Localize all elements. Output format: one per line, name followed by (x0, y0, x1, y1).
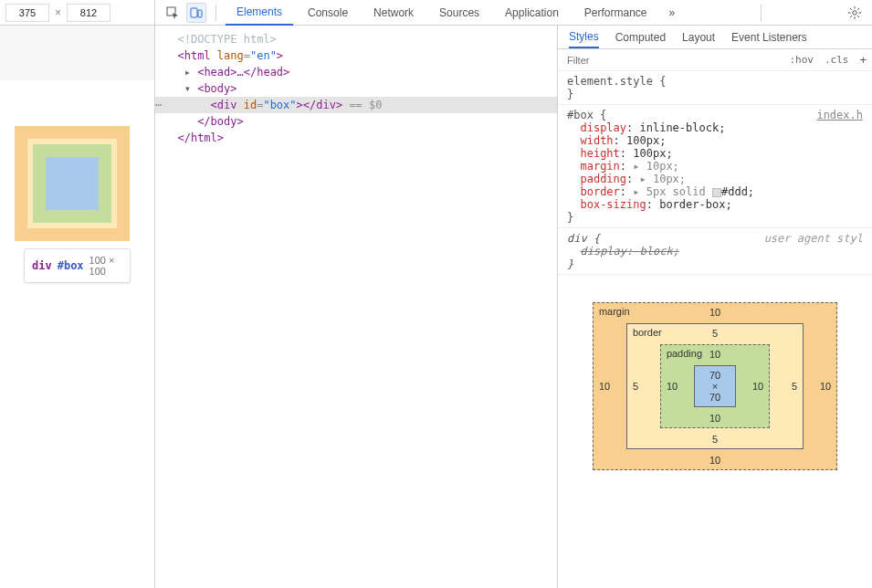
style-tabs: Styles Computed Layout Event Listeners (558, 26, 872, 49)
source-link[interactable]: index.h (816, 109, 863, 121)
css-declaration[interactable]: width: 100px; (567, 134, 863, 147)
dom-doctype[interactable]: <!DOCTYPE html> (155, 31, 557, 47)
dom-body-close[interactable]: </body> (155, 113, 557, 130)
css-declaration[interactable]: display: inline-block; (567, 121, 863, 134)
preview-padding (33, 144, 111, 223)
dom-head[interactable]: ▸ <head>…</head> (155, 64, 557, 80)
preview-box-wrap: div#box 100 × 100 (0, 80, 154, 292)
filter-input[interactable] (558, 50, 783, 70)
css-declaration[interactable]: height: 100px; (567, 147, 863, 160)
user-agent-label: user agent styl (764, 232, 863, 245)
add-rule-button[interactable]: + (854, 53, 872, 67)
tab-performance[interactable]: Performance (573, 0, 658, 26)
bm-padding-label: padding (667, 348, 702, 359)
filter-row: :hov .cls + (558, 49, 872, 71)
svg-rect-1 (191, 8, 197, 17)
css-declaration[interactable]: margin: ▸ 10px; (567, 160, 863, 173)
viewport-height-input[interactable] (67, 4, 110, 22)
svg-line-8 (850, 8, 852, 10)
css-declaration[interactable]: padding: ▸ 10px; (567, 173, 863, 185)
stab-event-listeners[interactable]: Event Listeners (731, 27, 807, 47)
preview-canvas (0, 26, 154, 80)
device-toggle-icon[interactable] (186, 3, 206, 23)
viewport-pane: × div#box 100 × 100 (0, 0, 155, 588)
bm-margin-label: margin (599, 306, 630, 317)
separator (215, 5, 216, 21)
svg-rect-2 (198, 10, 202, 17)
preview-border (27, 139, 117, 228)
viewport-width-input[interactable] (5, 4, 49, 22)
css-declaration[interactable]: border: ▸ 5px solid #ddd; (567, 185, 863, 198)
devtools-tabs: Elements Console Network Sources Applica… (155, 0, 872, 26)
stab-styles[interactable]: Styles (569, 26, 599, 48)
svg-line-9 (857, 16, 859, 17)
separator (761, 5, 762, 21)
stab-layout[interactable]: Layout (682, 27, 715, 47)
cls-button[interactable]: .cls (819, 54, 855, 66)
tab-application[interactable]: Application (494, 0, 570, 26)
preview-content (46, 157, 99, 210)
stab-computed[interactable]: Computed (615, 27, 666, 47)
rule-box[interactable]: #box {index.h display: inline-block; wid… (558, 105, 872, 228)
bm-border[interactable]: border 5 5 5 5 padding 10 10 10 10 (626, 323, 804, 449)
svg-point-3 (853, 10, 856, 14)
rule-user-agent[interactable]: div {user agent styl display: block; } (558, 228, 872, 275)
tab-network[interactable]: Network (362, 0, 425, 26)
tooltip-tag: div (32, 259, 52, 272)
svg-line-10 (857, 8, 859, 10)
tooltip-dimensions: 100 × 100 (89, 255, 122, 277)
ellipsis-icon[interactable]: ⋯ (155, 99, 161, 111)
dom-body-open[interactable]: ▾ <body> (155, 80, 557, 97)
dom-tree[interactable]: <!DOCTYPE html> <html lang="en"> ▸ <head… (155, 26, 557, 588)
inspect-icon[interactable] (163, 3, 183, 23)
bm-border-label: border (633, 327, 662, 338)
hov-button[interactable]: :hov (783, 54, 819, 66)
preview-margin[interactable] (15, 126, 130, 241)
tab-console[interactable]: Console (297, 0, 359, 26)
dom-html-close[interactable]: </html> (155, 130, 557, 146)
bm-padding[interactable]: padding 10 10 10 10 70 × 70 (660, 344, 770, 428)
dom-selected-div[interactable]: ⋯ <div id="box"></div> == $0 (155, 97, 557, 113)
devtools-main: Elements Console Network Sources Applica… (155, 0, 872, 588)
dimension-separator: × (55, 6, 61, 19)
box-model-diagram[interactable]: margin 10 10 10 10 border 5 5 5 5 padd (558, 275, 872, 479)
tooltip-id: #box (58, 259, 84, 272)
gear-icon[interactable] (845, 3, 865, 23)
styles-pane: Styles Computed Layout Event Listeners :… (557, 26, 872, 588)
element-tooltip: div#box 100 × 100 (24, 248, 131, 283)
svg-line-11 (850, 16, 852, 17)
rule-element-style[interactable]: element.style { } (558, 71, 872, 105)
viewport-dimensions: × (0, 0, 154, 26)
tab-elements[interactable]: Elements (226, 0, 293, 26)
dom-html-open[interactable]: <html lang="en"> (155, 47, 557, 64)
tab-sources[interactable]: Sources (428, 0, 490, 26)
bm-margin[interactable]: margin 10 10 10 10 border 5 5 5 5 padd (593, 302, 837, 470)
bm-content[interactable]: 70 × 70 (694, 365, 736, 407)
css-declaration[interactable]: box-sizing: border-box; (567, 198, 863, 211)
tabs-overflow[interactable]: » (662, 6, 683, 19)
